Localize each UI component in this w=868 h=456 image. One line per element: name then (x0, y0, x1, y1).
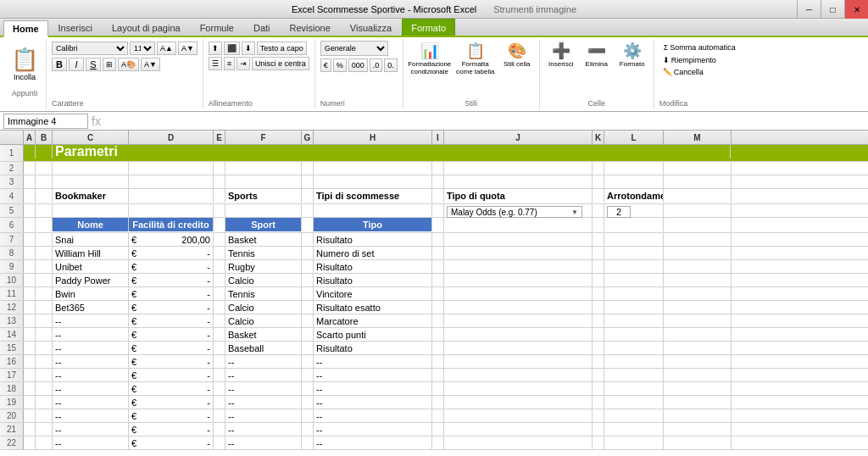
cell-4-e[interactable] (214, 189, 225, 203)
cell-4-h-tipi[interactable]: Tipi di scommesse (314, 189, 432, 203)
name-box[interactable] (3, 114, 88, 129)
cell-7-b[interactable] (36, 233, 53, 247)
cell-3-c[interactable] (53, 175, 129, 189)
cell-3-b[interactable] (36, 175, 53, 189)
formato-celle-button[interactable]: ⚙️ Formato (616, 42, 648, 68)
cell-11-d[interactable]: €- (129, 287, 214, 301)
cell-2-l[interactable] (604, 162, 664, 175)
font-name-select[interactable]: Calibri (52, 42, 128, 55)
cell-4-j-tipo-quota[interactable]: Tipo di quota (444, 189, 593, 203)
cell-7-m[interactable] (664, 233, 732, 247)
cell-9-f[interactable]: Rugby (225, 260, 302, 274)
cell-14-a[interactable] (24, 328, 36, 342)
cell-5-a[interactable] (24, 204, 36, 218)
cell-1-b[interactable] (36, 145, 53, 158)
cell-8-e[interactable] (214, 247, 225, 260)
cell-14-k[interactable] (593, 328, 604, 342)
cell-13-c[interactable]: -- (53, 314, 129, 328)
riempimento-button[interactable]: ⬇ Riempimento (659, 55, 720, 65)
col-header-k[interactable]: K (593, 131, 604, 144)
cell-14-e[interactable] (214, 328, 225, 342)
cell-5-k[interactable] (593, 204, 604, 218)
inserisci-celle-button[interactable]: ➕ Inserisci (545, 42, 577, 68)
cell-15-d[interactable]: €- (129, 342, 214, 355)
cell-4-a[interactable] (24, 189, 36, 203)
cell-9-j[interactable] (444, 260, 593, 274)
tab-revisione[interactable]: Revisione (281, 19, 340, 36)
cell-11-a[interactable] (24, 287, 36, 301)
cell-11-k[interactable] (593, 287, 604, 301)
cell-10-c[interactable]: Paddy Power (53, 274, 129, 287)
cell-11-e[interactable] (214, 287, 225, 301)
cell-10-g[interactable] (302, 274, 314, 287)
cell-3-e[interactable] (214, 175, 225, 189)
cell-11-i[interactable] (432, 287, 444, 301)
formula-input[interactable] (104, 114, 865, 129)
cell-9-g[interactable] (302, 260, 314, 274)
col-header-i[interactable]: I (432, 131, 444, 144)
cell-15-e[interactable] (214, 342, 225, 355)
arrotondamento-box[interactable]: 2 (607, 206, 631, 218)
cell-7-c[interactable]: Snai (53, 233, 129, 247)
tab-home[interactable]: Home (3, 20, 48, 37)
underline-button[interactable]: S (86, 58, 101, 71)
cell-13-f[interactable]: Calcio (225, 314, 302, 328)
cell-10-a[interactable] (24, 274, 36, 287)
cell-9-e[interactable] (214, 260, 225, 274)
cell-3-h[interactable] (314, 175, 432, 189)
col-header-a[interactable]: A (24, 131, 36, 144)
cell-6-m[interactable] (664, 218, 732, 231)
cell-8-h[interactable]: Numero di set (314, 247, 432, 260)
cell-9-a[interactable] (24, 260, 36, 274)
cell-10-b[interactable] (36, 274, 53, 287)
cell-13-g[interactable] (302, 314, 314, 328)
cell-2-f[interactable] (225, 162, 302, 175)
cell-9-b[interactable] (36, 260, 53, 274)
cell-11-b[interactable] (36, 287, 53, 301)
cell-6-g[interactable] (302, 218, 314, 231)
cell-5-g[interactable] (302, 204, 314, 218)
cell-9-m[interactable] (664, 260, 732, 274)
cell-3-f[interactable] (225, 175, 302, 189)
cell-13-l[interactable] (604, 314, 664, 328)
cell-5-j[interactable]: Malay Odds (e.g. 0.77) ▼ (444, 204, 593, 218)
cell-9-h[interactable]: Risultato (314, 260, 432, 274)
cell-14-g[interactable] (302, 328, 314, 342)
tab-formato[interactable]: Formato (402, 19, 455, 36)
align-right-button[interactable]: ⇥ (236, 57, 250, 70)
cell-8-l[interactable] (604, 247, 664, 260)
align-top-button[interactable]: ⬆ (209, 42, 222, 55)
cell-13-k[interactable] (593, 314, 604, 328)
cell-6-e[interactable] (214, 218, 225, 231)
cell-11-c[interactable]: Bwin (53, 287, 129, 301)
cell-3-m[interactable] (664, 175, 732, 189)
cell-11-g[interactable] (302, 287, 314, 301)
cell-3-g[interactable] (302, 175, 314, 189)
window-controls[interactable]: ─ □ ✕ (797, 0, 868, 19)
cell-15-g[interactable] (302, 342, 314, 355)
cell-2-i[interactable] (432, 162, 444, 175)
col-header-h[interactable]: H (314, 131, 432, 144)
cell-2-m[interactable] (664, 162, 732, 175)
cell-3-l[interactable] (604, 175, 664, 189)
tab-dati[interactable]: Dati (244, 19, 280, 36)
cell-6-a[interactable] (24, 218, 36, 231)
number-format-select[interactable]: Generale (320, 41, 388, 56)
align-left-button[interactable]: ☰ (209, 57, 222, 70)
cell-1-c[interactable]: Parametri (53, 145, 731, 158)
cell-14-d[interactable]: €- (129, 328, 214, 342)
cell-7-k[interactable] (593, 233, 604, 247)
formatta-come-tabella-button[interactable]: 📋 Formatta come tabella (454, 42, 497, 75)
cell-12-i[interactable] (432, 301, 444, 314)
col-header-l[interactable]: L (604, 131, 664, 144)
cell-3-j[interactable] (444, 175, 593, 189)
cell-13-m[interactable] (664, 314, 732, 328)
cell-7-i[interactable] (432, 233, 444, 247)
col-header-d[interactable]: D (129, 131, 214, 144)
cell-10-k[interactable] (593, 274, 604, 287)
cell-12-d[interactable]: €- (129, 301, 214, 314)
cell-3-i[interactable] (432, 175, 444, 189)
cell-15-f[interactable]: Baseball (225, 342, 302, 355)
cell-2-b[interactable] (36, 162, 53, 175)
col-header-b[interactable]: B (36, 131, 53, 144)
